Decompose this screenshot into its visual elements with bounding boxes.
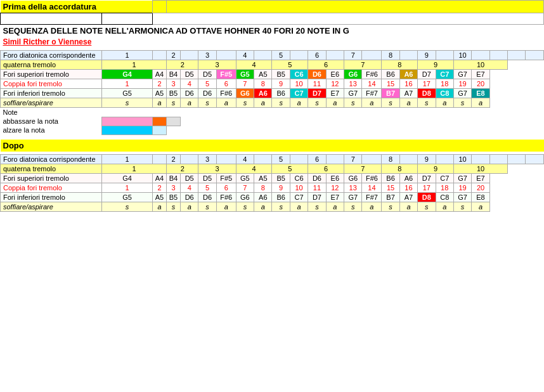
coppia-cell-7: 8 [254,79,272,89]
fd-3: 3 [198,51,216,60]
fd-6: 6 [308,51,326,60]
fda-s3 [216,154,236,164]
note-cell-5: F#5 [216,70,236,79]
sof-cell-10: s [308,202,326,211]
note-cell-9: C7 [290,89,308,98]
qt-2: 2 [167,60,198,70]
fda-2: 2 [167,154,181,164]
note-cell-1: A4 [153,70,167,79]
sof-cell-4: s [198,98,216,108]
coppia-cell-8: 9 [272,79,290,89]
note-cell-17: C7 [436,173,453,183]
note-cell-13: F#7 [362,192,382,202]
sof-cell-3: a [181,202,198,211]
sof-cell-18: s [453,98,471,108]
qt-6: 6 [308,60,344,70]
note-cell-14: B6 [382,70,399,79]
fd-spacer10 [472,51,489,60]
alzare-box2 [153,126,167,134]
qta-2: 2 [167,164,198,173]
note-cell-9: C7 [290,192,308,202]
fd-spacer5 [290,51,308,60]
abbassare-box1 [102,117,153,126]
note-cell-1: A5 [153,192,167,202]
fd-spacer4 [254,51,272,60]
note-cell-14: B6 [382,173,399,183]
note-cell-8: B6 [272,192,290,202]
note-cell-0: G5 [102,192,153,202]
fd-10: 10 [453,51,471,60]
note-cell-7: A5 [254,70,272,79]
sof-after-label: soffiare/aspirare [1,202,102,211]
note-spacer [102,108,544,117]
qta-6: 6 [308,164,344,173]
fd-2: 2 [167,51,181,60]
alzare-label: alzare la nota [1,126,102,134]
coppia-cell-13: 14 [362,79,382,89]
note-cell-7: A6 [254,192,272,202]
coppia-cell-3: 4 [181,183,198,192]
note-cell-3: D5 [181,173,198,183]
note-cell-4: D5 [198,173,216,183]
quaterna-after-label: quaterna tremolo [1,164,102,173]
input-box[interactable] [102,13,153,24]
note-cell-15: A6 [399,70,417,79]
sof-cell-16: s [418,98,436,108]
note-cell-7: A6 [254,89,272,98]
qta-8: 8 [382,164,418,173]
sof-cell-17: a [436,202,453,211]
fda-1: 1 [102,154,153,164]
note-cell-6: G5 [236,173,254,183]
sof-cell-15: a [399,202,417,211]
sof-cell-5: a [216,202,236,211]
mid-spacer [1,134,544,140]
qt-4: 4 [236,60,272,70]
note-cell-12: G6 [344,173,362,183]
fda-e3 [526,154,544,164]
note-cell-17: C7 [436,70,453,79]
coppia-cell-1: 2 [153,183,167,192]
fda-e1 [489,154,507,164]
fd-end [489,51,507,60]
prima-spacer-1 [153,1,167,13]
coppia-cell-15: 16 [399,79,417,89]
sof-cell-19: a [472,98,489,108]
note-cell-5: F#6 [216,89,236,98]
sof-cell-1: a [153,98,167,108]
coppia-cell-6: 7 [236,183,254,192]
note-cell-12: G7 [344,192,362,202]
coppia-cell-0: 1 [102,79,153,89]
qt-3: 3 [198,60,236,70]
sof-cell-13: a [362,98,382,108]
fda-5: 5 [272,154,290,164]
fd-spacer9 [436,51,453,60]
qta-1: 1 [102,164,167,173]
fd-spacer8 [399,51,417,60]
fori-inf-after-label: Fori inferiori tremolo [1,192,102,202]
note-cell-6: G6 [236,89,254,98]
fda-s8 [399,154,417,164]
sof-cell-13: a [362,202,382,211]
note-cell-10: D6 [308,70,326,79]
note-cell-8: B6 [272,89,290,98]
note-cell-14: B7 [382,192,399,202]
sof-cell-0: s [102,202,153,211]
coppia-cell-14: 15 [382,79,399,89]
note-cell-9: C6 [290,70,308,79]
sof-cell-16: s [418,202,436,211]
coppia-cell-18: 19 [453,79,471,89]
fd-end3 [526,51,544,60]
note-cell-18: G7 [453,89,471,98]
abbassare-spacer [181,117,544,126]
alzare-box1 [102,126,153,134]
coppia-cell-16: 17 [418,183,436,192]
note-cell-0: G4 [102,70,153,79]
note-cell-18: G7 [453,70,471,79]
foro-diatonica-after-label: Foro diatonica corrispondente [1,154,102,164]
note-cell-1: A4 [153,173,167,183]
fd-spacer6 [326,51,344,60]
note-cell-11: E6 [326,70,344,79]
fd-5: 5 [272,51,290,60]
coppia-cell-11: 12 [326,183,344,192]
note-cell-3: D5 [181,70,198,79]
